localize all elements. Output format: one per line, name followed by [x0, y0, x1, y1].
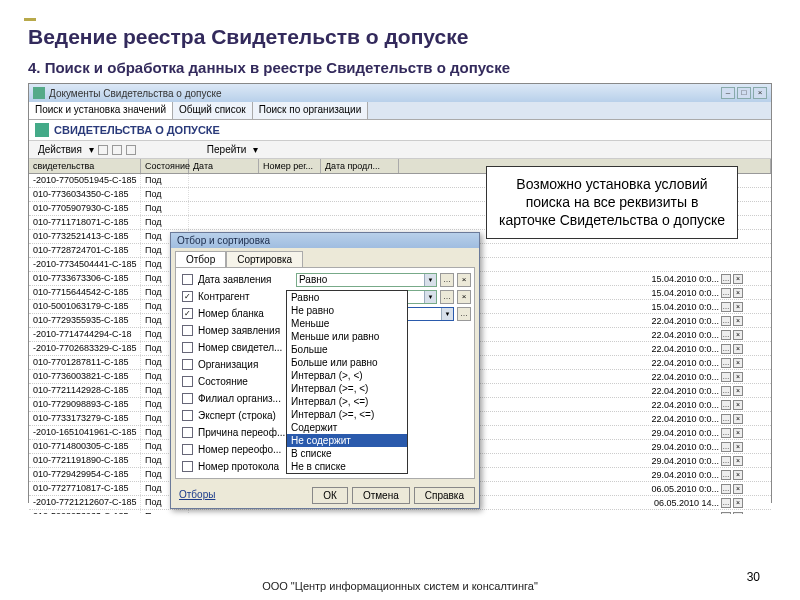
- slide-subtitle: 4. Поиск и обработка данных в реестре Св…: [28, 59, 772, 76]
- col-prolong[interactable]: Дата продл...: [321, 159, 399, 173]
- actions-menu[interactable]: Действия: [35, 143, 85, 156]
- dropdown-option[interactable]: В списке: [287, 447, 407, 460]
- dialog-title[interactable]: Отбор и сортировка: [171, 233, 479, 248]
- tab-list[interactable]: Общий список: [173, 102, 253, 119]
- maximize-button[interactable]: □: [737, 87, 751, 99]
- dropdown-option[interactable]: Меньше или равно: [287, 330, 407, 343]
- dropdown-option[interactable]: Больше: [287, 343, 407, 356]
- tab-sort[interactable]: Сортировка: [226, 251, 303, 267]
- section-heading: СВИДЕТЕЛЬСТВА О ДОПУСКЕ: [54, 124, 220, 136]
- dropdown-option[interactable]: Не равно: [287, 304, 407, 317]
- titlebar[interactable]: Документы Свидетельства о допуске – □ ×: [29, 84, 771, 102]
- slide-title: Ведение реестра Свидетельств о допуске: [28, 25, 772, 49]
- field-label: Организация: [198, 359, 294, 370]
- annotation-callout: Возможно установка условий поиска на все…: [486, 166, 738, 239]
- slide-footer: ООО "Центр информационных систем и конса…: [0, 580, 800, 592]
- col-num[interactable]: свидетельства: [29, 159, 141, 173]
- col-reg[interactable]: Номер рег...: [259, 159, 321, 173]
- dropdown-option[interactable]: Меньше: [287, 317, 407, 330]
- dropdown-option[interactable]: Интервал (>, <): [287, 369, 407, 382]
- cancel-button[interactable]: Отмена: [352, 487, 410, 504]
- field-checkbox[interactable]: ✓: [182, 308, 193, 319]
- goto-menu[interactable]: Перейти: [204, 143, 250, 156]
- field-label: Дата заявления: [198, 274, 294, 285]
- app-icon: [33, 87, 45, 99]
- field-checkbox[interactable]: ✓: [182, 291, 193, 302]
- tab-search[interactable]: Поиск и установка значений: [29, 102, 173, 119]
- minimize-button[interactable]: –: [721, 87, 735, 99]
- tool-icon[interactable]: [112, 145, 122, 155]
- field-checkbox[interactable]: [182, 393, 193, 404]
- field-checkbox[interactable]: [182, 342, 193, 353]
- field-label: Номер переофо...: [198, 444, 294, 455]
- doc-icon: [35, 123, 49, 137]
- tool-icon[interactable]: [126, 145, 136, 155]
- field-label: Номер бланка: [198, 308, 294, 319]
- dropdown-option[interactable]: Интервал (>=, <): [287, 382, 407, 395]
- field-checkbox[interactable]: [182, 461, 193, 472]
- table-row[interactable]: 010-5008052923-С-185Под06.05.2010 15...……: [29, 510, 771, 514]
- toolbar: Действия▾ Перейти▾: [29, 141, 771, 159]
- col-state[interactable]: Состояние: [141, 159, 189, 173]
- field-checkbox[interactable]: [182, 274, 193, 285]
- field-checkbox[interactable]: [182, 325, 193, 336]
- field-checkbox[interactable]: [182, 359, 193, 370]
- tool-icon[interactable]: [98, 145, 108, 155]
- field-label: Номер протокола: [198, 461, 294, 472]
- field-label: Филиал организ...: [198, 393, 294, 404]
- field-label: Номер заявления: [198, 325, 294, 336]
- field-label: Причина переоф...: [198, 427, 294, 438]
- ok-button[interactable]: ОК: [312, 487, 348, 504]
- operator-combo[interactable]: Равно▼: [296, 273, 437, 287]
- filters-link[interactable]: Отборы: [175, 487, 219, 504]
- operator-dropdown[interactable]: РавноНе равноМеньшеМеньше или равноБольш…: [286, 290, 408, 474]
- col-control[interactable]: Дата: [189, 159, 259, 173]
- tab-filter[interactable]: Отбор: [175, 251, 226, 267]
- page-number: 30: [747, 570, 760, 584]
- help-button[interactable]: Справка: [414, 487, 475, 504]
- dropdown-option[interactable]: Не содержит: [287, 434, 407, 447]
- dropdown-option[interactable]: Содержит: [287, 421, 407, 434]
- field-checkbox[interactable]: [182, 376, 193, 387]
- field-checkbox[interactable]: [182, 427, 193, 438]
- field-label: Состояние: [198, 376, 294, 387]
- dropdown-option[interactable]: Не в списке: [287, 460, 407, 473]
- tab-org[interactable]: Поиск по организации: [253, 102, 369, 119]
- field-checkbox[interactable]: [182, 410, 193, 421]
- dropdown-option[interactable]: Равно: [287, 291, 407, 304]
- main-tabs: Поиск и установка значений Общий список …: [29, 102, 771, 120]
- field-label: Эксперт (строка): [198, 410, 294, 421]
- dropdown-option[interactable]: Интервал (>, <=): [287, 395, 407, 408]
- field-checkbox[interactable]: [182, 444, 193, 455]
- field-label: Контрагент: [198, 291, 294, 302]
- window-title: Документы Свидетельства о допуске: [49, 88, 221, 99]
- field-label: Номер свидетел...: [198, 342, 294, 353]
- close-button[interactable]: ×: [753, 87, 767, 99]
- dropdown-option[interactable]: Интервал (>=, <=): [287, 408, 407, 421]
- dropdown-option[interactable]: Больше или равно: [287, 356, 407, 369]
